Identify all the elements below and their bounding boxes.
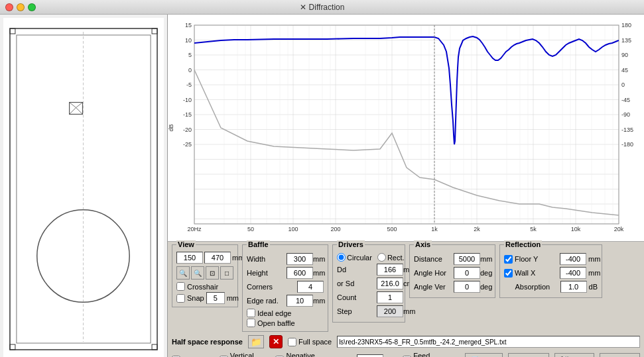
sd5d-input[interactable] <box>377 278 403 289</box>
open-button[interactable]: 📂 Open <box>508 353 549 357</box>
baffle-width-label: Width <box>247 255 287 263</box>
angle-ver-input[interactable] <box>454 281 480 293</box>
step-deg-input[interactable] <box>357 354 383 357</box>
half-space-folder-button[interactable]: 📁 <box>248 335 264 348</box>
vertical-plane-row: Vertical plane <box>220 352 271 357</box>
svg-text:0: 0 <box>188 67 192 74</box>
angle-hor-input[interactable] <box>454 267 480 279</box>
filepath-input[interactable] <box>337 336 640 348</box>
feed-speaker-row: Feed speaker <box>403 352 454 357</box>
angle-hor-label: Angle Hor <box>414 269 454 277</box>
controls-area: View mm 🔍 🔍 ⊡ □ Crosshair <box>168 242 644 357</box>
distance-input[interactable] <box>454 253 480 265</box>
feed-speaker-label: Feed speaker <box>413 352 454 357</box>
controls-row1: View mm 🔍 🔍 ⊡ □ Crosshair <box>172 244 640 332</box>
dd-label: Dd <box>337 266 377 274</box>
fit-button[interactable]: ⊡ <box>206 266 219 280</box>
delete-button[interactable]: ✕ <box>269 335 283 348</box>
svg-text:135: 135 <box>621 37 631 44</box>
snap-unit: mm <box>227 294 239 302</box>
circular-radio[interactable] <box>337 253 346 262</box>
zoom-out-button[interactable]: 🔍 <box>191 266 204 280</box>
view-height-input[interactable] <box>204 252 231 264</box>
full-space-label: Full space <box>298 338 332 346</box>
minimize-button[interactable] <box>17 3 25 11</box>
svg-text:dB: dB <box>168 124 174 131</box>
baffle-corners-input[interactable] <box>297 281 324 293</box>
floor-label: Floor Y <box>515 255 558 263</box>
svg-text:100: 100 <box>288 226 298 232</box>
absorption-input[interactable] <box>560 281 587 293</box>
zoom-actual-button[interactable]: □ <box>220 266 233 280</box>
rect-radio[interactable] <box>377 253 386 262</box>
left-panel <box>0 15 168 357</box>
wall-input[interactable] <box>560 267 586 279</box>
view-width-input[interactable] <box>176 252 203 264</box>
step-label: Step <box>337 307 377 315</box>
svg-text:-20: -20 <box>183 127 192 133</box>
svg-text:5: 5 <box>188 52 192 58</box>
distance-row: Distance mm <box>414 253 491 265</box>
floor-input[interactable] <box>560 253 586 265</box>
baffle-width-input[interactable] <box>287 253 313 265</box>
wall-label: Wall X <box>515 269 558 277</box>
open-baffle-checkbox[interactable] <box>247 319 255 327</box>
distance-unit: mm <box>480 255 492 263</box>
svg-text:0: 0 <box>621 81 625 88</box>
maximize-button[interactable] <box>28 3 36 11</box>
title-bar: ✕ Diffraction <box>0 0 644 15</box>
step-row: Step mm <box>337 305 401 317</box>
floor-unit: mm <box>588 255 600 263</box>
snap-value-input[interactable] <box>206 292 225 304</box>
baffle-height-label: Height <box>247 269 287 277</box>
crosshair-label: Crosshair <box>187 283 218 291</box>
right-panel: 15 10 5 0 -5 -10 -15 -20 -25 dB 180 135 … <box>168 15 644 357</box>
new-button[interactable]: 📄 New <box>465 353 503 357</box>
baffle-corners-label: Corners <box>247 283 287 291</box>
svg-text:-180: -180 <box>621 141 633 148</box>
zoom-in-button[interactable]: 🔍 <box>176 266 190 280</box>
export-button[interactable]: ▶ Export <box>600 353 640 357</box>
title-icon: ✕ <box>300 3 306 12</box>
negative-angles-row: Negative angles <box>275 352 334 357</box>
svg-text:200: 200 <box>330 226 340 232</box>
ideal-edge-checkbox[interactable] <box>247 309 255 317</box>
step-deg-row: Step deg <box>340 354 397 357</box>
svg-text:5k: 5k <box>530 226 537 232</box>
close-button[interactable] <box>5 3 13 11</box>
negative-angles-label: Negative angles <box>286 352 334 357</box>
wall-checkbox[interactable] <box>504 269 513 278</box>
crosshair-checkbox[interactable] <box>176 282 185 291</box>
rect-label: Rect. <box>387 254 405 262</box>
step-unit: mm <box>403 307 415 315</box>
rect-radio-group: Rect. <box>377 253 405 262</box>
view-panel-title: View <box>176 240 196 248</box>
count-input[interactable] <box>377 291 403 303</box>
full-space-checkbox[interactable] <box>288 338 296 346</box>
main-container: 15 10 5 0 -5 -10 -15 -20 -25 dB 180 135 … <box>0 15 644 357</box>
svg-text:15: 15 <box>185 22 192 28</box>
baffle-edgerad-label: Edge rad. <box>247 297 287 305</box>
window-controls[interactable] <box>5 3 36 11</box>
svg-text:20k: 20k <box>614 226 624 232</box>
svg-text:1k: 1k <box>431 226 438 232</box>
circular-radio-group: Circular <box>337 253 372 262</box>
svg-text:20Hz: 20Hz <box>187 226 202 232</box>
reflection-panel: Reflection Floor Y mm Wall X mm <box>499 244 602 298</box>
baffle-edgerad-input[interactable] <box>287 295 313 307</box>
save-button[interactable]: 💾 Save <box>554 353 594 357</box>
view-panel: View mm 🔍 🔍 ⊡ □ Crosshair <box>172 244 238 307</box>
baffle-height-input[interactable] <box>287 267 313 279</box>
baffle-height-row: Height mm <box>247 267 324 279</box>
floor-checkbox[interactable] <box>504 255 513 264</box>
angle-hor-row: Angle Hor deg <box>414 267 491 279</box>
dd-input[interactable] <box>377 264 403 276</box>
snap-checkbox[interactable] <box>176 294 185 303</box>
snap-row: Snap mm <box>176 292 233 304</box>
drivers-panel-title: Drivers <box>337 240 365 248</box>
sd5d-label: or Sd <box>337 280 377 287</box>
absorption-row: Absorption dB <box>504 281 598 293</box>
wall-unit: mm <box>588 269 600 277</box>
count-row: Count <box>337 291 401 303</box>
step-input[interactable] <box>377 305 403 317</box>
